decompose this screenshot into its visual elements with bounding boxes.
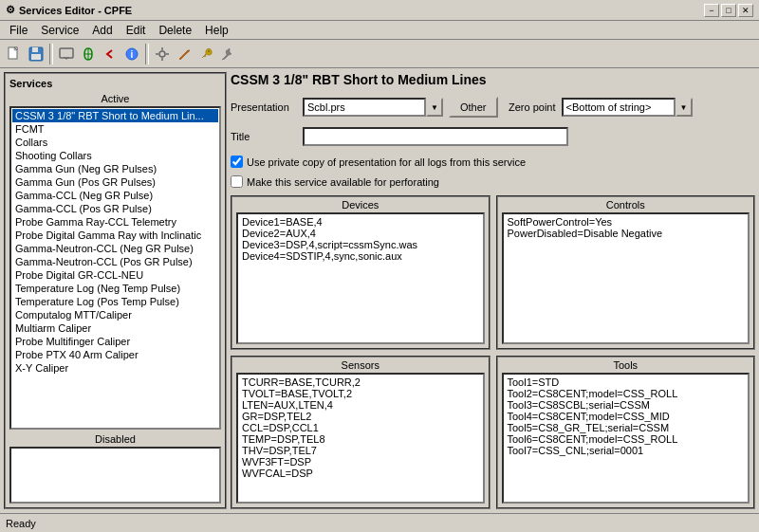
service-title: CSSM 3 1/8" RBT Short to Medium Lines <box>231 72 755 87</box>
menu-delete[interactable]: Delete <box>153 22 197 39</box>
svg-rect-3 <box>32 47 38 52</box>
active-service-item[interactable]: Probe PTX 40 Arm Caliper <box>12 348 218 361</box>
zero-point-dropdown-button[interactable]: ▼ <box>676 98 693 117</box>
tools-panel: Tools Tool1=STDTool2=CS8CENT;model=CSS_R… <box>496 356 756 510</box>
devices-title: Devices <box>232 197 489 212</box>
svg-rect-5 <box>60 48 73 58</box>
devices-content[interactable]: Device1=BASE,4Device2=AUX,4Device3=DSP,4… <box>236 212 485 344</box>
zero-point-input[interactable] <box>562 98 676 117</box>
toolbar-connect-button[interactable] <box>78 44 99 64</box>
title-input[interactable] <box>303 127 568 146</box>
active-label: Active <box>9 93 221 104</box>
title-row: Title <box>231 127 755 146</box>
services-panel-title: Services <box>9 78 221 89</box>
maximize-button[interactable]: □ <box>721 4 736 17</box>
active-service-item[interactable]: Probe Multifinger Caliper <box>12 335 218 348</box>
devices-panel: Devices Device1=BASE,4Device2=AUX,4Devic… <box>231 195 491 350</box>
title-bar-controls: − □ ✕ <box>704 4 753 17</box>
toolbar-info-button[interactable]: i <box>121 44 142 64</box>
presentation-input[interactable] <box>303 98 426 117</box>
toolbar-settings-button[interactable] <box>152 44 173 64</box>
menu-file[interactable]: File <box>4 22 33 39</box>
active-service-item[interactable]: Probe Gamma Ray-CCL Telemetry <box>12 215 218 229</box>
active-service-item[interactable]: Multiarm Caliper <box>12 321 218 335</box>
active-service-item[interactable]: CSSM 3 1/8" RBT Short to Medium Lin... <box>12 109 218 122</box>
presentation-combo: ▼ <box>303 98 443 117</box>
active-service-item[interactable]: Computalog MTT/Caliper <box>12 308 218 321</box>
presentation-row: Presentation ▼ Other Zero point ▼ <box>231 97 755 118</box>
sensors-panel: Sensors TCURR=BASE,TCURR,2TVOLT=BASE,TVO… <box>231 356 491 510</box>
menu-edit[interactable]: Edit <box>120 22 152 39</box>
toolbar-tool1-button[interactable] <box>174 44 194 64</box>
svg-point-17 <box>208 50 210 52</box>
disabled-section: Disabled <box>9 433 221 504</box>
active-service-item[interactable]: X-Y Caliper <box>12 361 218 375</box>
sensors-title: Sensors <box>232 358 489 373</box>
perforating-checkbox[interactable] <box>231 175 243 188</box>
active-service-item[interactable]: Temperature Log (Neg Temp Pulse) <box>12 282 218 295</box>
active-service-item[interactable]: Probe Digital Gamma Ray with Inclinatic <box>12 229 218 242</box>
toolbar-key-button[interactable] <box>195 44 216 64</box>
zero-point-label: Zero point <box>504 101 556 113</box>
svg-point-12 <box>159 51 165 57</box>
right-panel: CSSM 3 1/8" RBT Short to Medium Lines Pr… <box>231 72 755 509</box>
title-bar: ⚙ Services Editor - CPFE − □ ✕ <box>0 0 759 21</box>
zero-point-combo: ▼ <box>562 98 693 117</box>
other-button[interactable]: Other <box>449 97 498 118</box>
presentation-dropdown-button[interactable]: ▼ <box>426 98 443 117</box>
services-panel: Services Active CSSM 3 1/8" RBT Short to… <box>4 72 227 509</box>
active-service-item[interactable]: Gamma-Neutron-CCL (Pos GR Pulse) <box>12 255 218 268</box>
controls-content[interactable]: SoftPowerControl=YesPowerDisabled=Disabl… <box>502 212 750 344</box>
toolbar: i <box>0 40 759 68</box>
svg-rect-4 <box>31 54 41 60</box>
active-service-item[interactable]: Probe Digital GR-CCL-NEU <box>12 268 218 282</box>
toolbar-save-button[interactable] <box>26 44 46 64</box>
window-title: Services Editor - CPFE <box>19 5 132 16</box>
active-service-item[interactable]: Shooting Collars <box>12 149 218 162</box>
toolbar-back-button[interactable] <box>100 44 120 64</box>
active-service-item[interactable]: Temperature Log (Pos Temp Pulse) <box>12 295 218 308</box>
active-service-item[interactable]: Gamma-CCL (Pos GR Pulse) <box>12 202 218 215</box>
disabled-services-list[interactable] <box>9 447 221 504</box>
title-label: Title <box>231 131 297 142</box>
tools-title: Tools <box>498 358 754 373</box>
menu-service[interactable]: Service <box>35 22 84 39</box>
minimize-button[interactable]: − <box>704 4 719 17</box>
close-button[interactable]: ✕ <box>738 4 753 17</box>
toolbar-separator-2 <box>145 44 149 64</box>
title-bar-left: ⚙ Services Editor - CPFE <box>6 4 132 16</box>
private-copy-checkbox[interactable] <box>231 156 243 168</box>
tools-content[interactable]: Tool1=STDTool2=CS8CENT;model=CSS_ROLLToo… <box>502 373 750 504</box>
presentation-label: Presentation <box>231 101 297 113</box>
status-bar: Ready <box>0 513 759 532</box>
active-service-item[interactable]: FCMT <box>12 122 218 136</box>
menu-help[interactable]: Help <box>199 22 234 39</box>
active-service-item[interactable]: Gamma Gun (Pos GR Pulses) <box>12 175 218 189</box>
sensors-content[interactable]: TCURR=BASE,TCURR,2TVOLT=BASE,TVOLT,2LTEN… <box>236 373 485 504</box>
controls-title: Controls <box>498 197 754 212</box>
checkbox1-row: Use private copy of presentation for all… <box>231 156 755 168</box>
checkbox1-label: Use private copy of presentation for all… <box>247 156 526 168</box>
checkbox2-row: Make this service available for perforat… <box>231 175 755 188</box>
checkbox2-label: Make this service available for perforat… <box>247 176 439 188</box>
active-service-item[interactable]: Collars <box>12 136 218 149</box>
toolbar-monitor-button[interactable] <box>56 44 77 64</box>
svg-text:i: i <box>131 49 134 60</box>
active-service-item[interactable]: Gamma Gun (Neg GR Pulses) <box>12 162 218 175</box>
toolbar-separator-1 <box>49 44 53 64</box>
disabled-label: Disabled <box>9 433 221 445</box>
app-icon: ⚙ <box>6 4 15 16</box>
toolbar-tool2-button[interactable] <box>217 44 238 64</box>
active-service-item[interactable]: Gamma-CCL (Neg GR Pulse) <box>12 189 218 202</box>
menu-add[interactable]: Add <box>86 22 118 39</box>
toolbar-new-button[interactable] <box>4 44 25 64</box>
main-content: Services Active CSSM 3 1/8" RBT Short to… <box>0 68 759 513</box>
menu-bar: File Service Add Edit Delete Help <box>0 21 759 40</box>
status-text: Ready <box>6 518 36 529</box>
data-grid: Devices Device1=BASE,4Device2=AUX,4Devic… <box>231 195 755 509</box>
controls-panel: Controls SoftPowerControl=YesPowerDisabl… <box>496 195 756 350</box>
active-services-list[interactable]: CSSM 3 1/8" RBT Short to Medium Lin...FC… <box>9 106 221 430</box>
active-service-item[interactable]: Gamma-Neutron-CCL (Neg GR Pulse) <box>12 242 218 255</box>
